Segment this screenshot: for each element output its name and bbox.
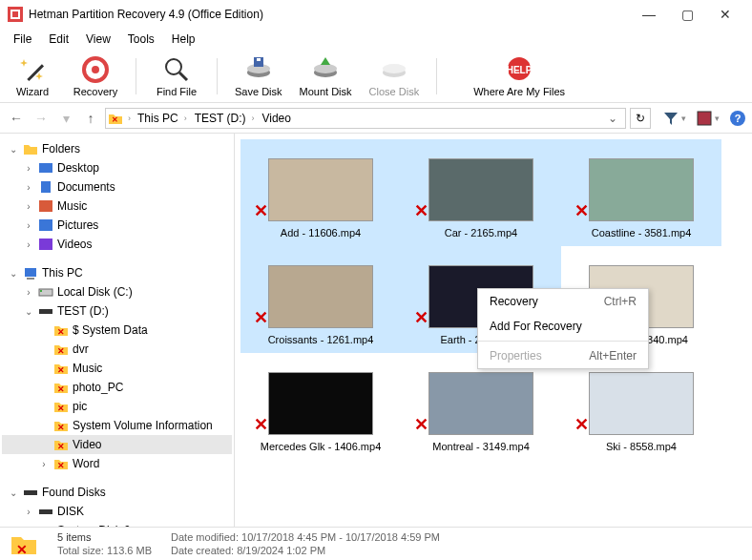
help-small-icon[interactable]: ? [729,110,746,127]
file-thumbnail [268,158,373,221]
deleted-icon: ✕ [414,414,431,431]
svg-text:✕: ✕ [57,404,65,413]
svg-rect-2 [12,11,18,17]
filter-icon[interactable] [662,110,679,127]
tree-disk[interactable]: ›DISK [2,502,232,521]
svg-rect-28 [39,200,52,212]
tree-systemdata[interactable]: ✕$ System Data [2,321,232,340]
svg-text:✕: ✕ [57,461,65,470]
menu-edit[interactable]: Edit [41,31,76,48]
wherearemyfiles-button[interactable]: HELP Where Are My Files [473,55,565,97]
mountdisk-icon [311,55,340,84]
minimize-button[interactable]: — [630,1,668,28]
svg-marker-4 [20,59,28,67]
deleted-icon: ✕ [254,414,271,431]
mountdisk-button[interactable]: Mount Disk [300,55,352,97]
file-grid[interactable]: ✕Add - 11606.mp4✕Car - 2165.mp4✕Coastlin… [235,134,752,527]
svg-rect-30 [39,239,52,250]
nav-back-button[interactable]: ← [6,108,27,129]
ctx-recovery[interactable]: RecoveryCtrl+R [478,289,648,314]
tree-sysdisk0[interactable]: ›System Disk 0 [2,521,232,527]
svg-rect-3 [27,64,44,81]
recovery-button[interactable]: Recovery [73,55,118,97]
svg-rect-13 [257,58,261,61]
tree-video[interactable]: ✕Video [2,435,232,454]
svg-point-18 [383,64,406,73]
svg-line-9 [179,73,187,80]
svg-marker-16 [321,57,330,65]
view-icon[interactable] [696,110,713,127]
menu-help[interactable]: Help [164,31,203,48]
svg-marker-22 [664,113,678,125]
tree-localc[interactable]: ›Local Disk (C:) [2,282,232,301]
breadcrumb[interactable]: ✕ › This PC› TEST (D:)› Video ⌄ [105,108,626,129]
tree-pic[interactable]: ✕pic [2,397,232,416]
tree-documents[interactable]: ›Documents [2,177,232,197]
crumb-video[interactable]: Video [258,112,294,125]
refresh-button[interactable]: ↻ [630,108,651,129]
tree-thispc[interactable]: ⌄This PC [2,263,232,282]
deleted-icon: ✕ [414,200,431,218]
svg-point-7 [92,66,99,73]
tree-desktop[interactable]: ›Desktop [2,158,232,177]
status-item-count: 5 items [57,531,152,543]
menu-file[interactable]: File [6,31,39,48]
menu-tools[interactable]: Tools [120,31,162,48]
tree-photopc[interactable]: ✕photo_PC [2,378,232,397]
tree-music[interactable]: ›Music [2,197,232,216]
savedisk-icon [244,55,273,84]
svg-rect-45 [39,509,52,514]
closedisk-button: Close Disk [369,55,420,97]
svg-text:✕: ✕ [57,423,65,432]
svg-rect-35 [39,309,52,314]
deleted-icon: ✕ [254,307,271,324]
file-item[interactable]: ✕Car - 2165.mp4 [401,139,561,246]
savedisk-button[interactable]: Save Disk [235,55,282,97]
tree-word[interactable]: ›✕Word [2,454,232,473]
menubar: File Edit View Tools Help [0,29,752,50]
wizard-icon [18,55,47,84]
svg-rect-31 [25,268,36,277]
crumb-test[interactable]: TEST (D:)› [191,112,259,125]
maximize-button[interactable]: ▢ [668,1,706,28]
file-thumbnail [268,265,373,328]
tree-videos[interactable]: ›Videos [2,235,232,254]
close-button[interactable]: ✕ [706,1,744,28]
nav-history-button[interactable]: ▾ [55,108,76,129]
findfile-button[interactable]: Find File [154,55,199,97]
file-item[interactable]: ✕Croissants - 1261.mp4 [240,246,401,353]
deleted-icon: ✕ [574,414,592,431]
svg-text:✕: ✕ [57,327,65,337]
svg-rect-23 [698,112,711,125]
nav-up-button[interactable]: ↑ [80,108,101,129]
recovery-icon [81,55,110,84]
tree-founddisks[interactable]: ⌄Found Disks [2,483,232,502]
crumb-dropdown[interactable]: ⌄ [602,112,623,125]
ctx-add-for-recovery[interactable]: Add For Recovery [478,314,648,339]
context-menu: RecoveryCtrl+R Add For Recovery Properti… [477,288,649,369]
tree-folders[interactable]: ⌄Folders [2,139,232,158]
tree-pictures[interactable]: ›Pictures [2,216,232,235]
file-name: Coastline - 3581.mp4 [592,227,692,239]
wizard-button[interactable]: Wizard [10,55,55,97]
app-title: Hetman Partition Recovery 4.9 (Office Ed… [29,8,630,21]
tree-dvr[interactable]: ✕dvr [2,340,232,359]
svg-rect-29 [39,219,52,231]
tree-testd[interactable]: ⌄TEST (D:) [2,301,232,321]
tree-sysvol[interactable]: ✕System Volume Information [2,416,232,435]
file-item[interactable]: ✕Coastline - 3581.mp4 [561,139,721,246]
ctx-properties: PropertiesAlt+Enter [478,343,648,368]
tree-music2[interactable]: ✕Music [2,359,232,378]
svg-rect-26 [39,163,52,173]
menu-view[interactable]: View [78,31,118,48]
svg-point-15 [314,64,337,73]
svg-text:✕: ✕ [57,384,65,394]
svg-rect-44 [24,490,37,495]
file-item[interactable]: ✕Mercedes Glk - 1406.mp4 [240,353,401,460]
svg-point-8 [166,59,181,74]
file-item[interactable]: ✕Add - 11606.mp4 [240,139,401,246]
svg-text:✕: ✕ [57,346,65,356]
crumb-thispc[interactable]: This PC› [134,112,191,125]
statusbar: ✕ 5 items Total size: 113.6 MB Date modi… [0,527,752,560]
svg-text:?: ? [735,113,742,124]
